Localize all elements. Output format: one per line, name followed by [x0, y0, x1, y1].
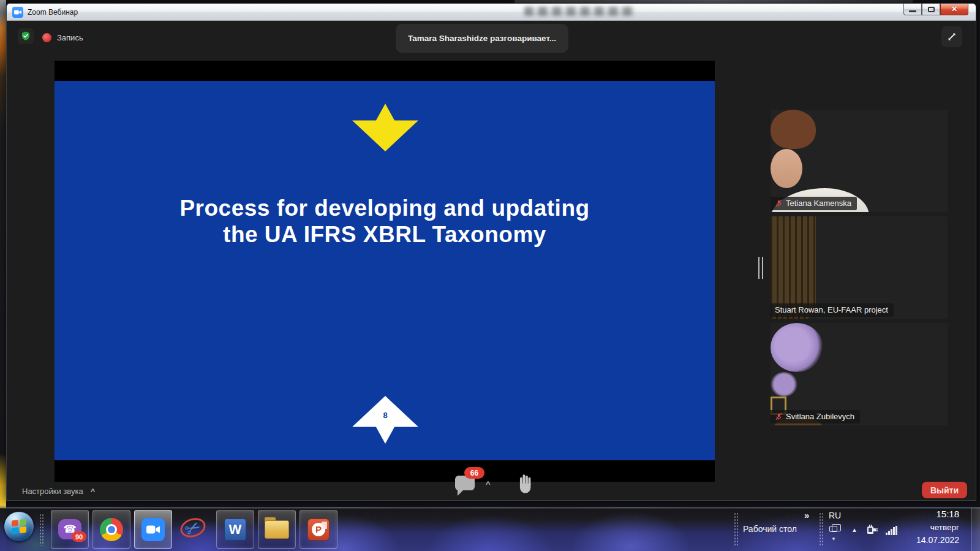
maximize-button[interactable]	[922, 4, 940, 15]
tray-clock[interactable]: 15:18 четверг 14.07.2022	[895, 509, 959, 545]
screen-share-area: Process for developing and updating the …	[55, 61, 715, 482]
caption-buttons: ✕	[903, 4, 968, 15]
participant-name-label: Stuart Rowan, EU-FAAR project	[771, 303, 894, 317]
minimize-icon	[909, 10, 916, 12]
leave-button[interactable]: Выйти	[922, 482, 967, 498]
slide-arrow-up: 8	[352, 396, 418, 444]
raise-hand-button[interactable]	[517, 473, 535, 494]
security-button[interactable]	[18, 28, 34, 44]
powerpoint-letter: P	[315, 524, 322, 534]
presentation-slide: Process for developing and updating the …	[55, 81, 715, 460]
taskbar-separator	[734, 512, 739, 547]
keyboard-layout-icon[interactable]	[829, 526, 837, 532]
zoom-icon	[141, 518, 165, 541]
close-icon: ✕	[951, 5, 957, 13]
participant-name: Svitlana Zubilevych	[786, 412, 854, 421]
raised-hand-icon	[517, 473, 534, 494]
taskbar-separator	[39, 514, 44, 545]
slide-title-line1: Process for developing and updating	[55, 195, 715, 221]
chrome-icon	[100, 518, 123, 541]
window-titlebar[interactable]: Zoom Вебинар	[7, 4, 976, 21]
active-speaker-banner: Tamara Sharashidze разговаривает...	[396, 24, 568, 53]
taskbar-app-viber[interactable]: ☎ 90	[51, 510, 89, 549]
slide-title-line2: the UA IFRS XBRL Taxonomy	[55, 221, 715, 248]
maximize-icon	[928, 7, 935, 12]
active-speaker-text: Tamara Sharashidze разговаривает...	[408, 34, 556, 43]
chat-icon-tail	[458, 488, 465, 496]
background-window-title-blur	[524, 7, 635, 16]
tray-day: четверг	[895, 523, 959, 532]
tray-time: 15:18	[895, 509, 959, 519]
viber-icon: ☎ 90	[58, 519, 81, 539]
desktop-toolbar-label[interactable]: Рабочий стол	[743, 524, 797, 534]
folder-icon	[265, 520, 289, 539]
viber-badge: 90	[72, 531, 86, 542]
leave-label: Выйти	[930, 485, 959, 495]
record-icon	[42, 33, 51, 42]
power-plug-icon[interactable]	[866, 523, 878, 538]
toolbar-overflow-chevron[interactable]: »	[804, 510, 809, 520]
participant-video-stuart[interactable]: Stuart Rowan, EU-FAAR project	[771, 216, 948, 319]
fullscreen-button[interactable]	[941, 26, 962, 47]
word-letter: W	[229, 522, 242, 538]
taskbar-app-chrome[interactable]	[92, 510, 130, 549]
participant-video-tetiana[interactable]: Tetiana Kamenska	[771, 110, 948, 212]
participant-name-label: Tetiana Kamenska	[771, 197, 857, 210]
participant-name: Tetiana Kamenska	[786, 199, 851, 208]
show-desktop-button[interactable]	[971, 507, 980, 551]
start-button[interactable]	[4, 511, 34, 542]
chevron-up-icon: ^	[91, 487, 96, 496]
powerpoint-icon: P	[307, 519, 330, 541]
desktop-wallpaper-edge	[0, 0, 6, 551]
language-options-arrow[interactable]: ▼	[831, 536, 836, 542]
mic-muted-icon	[775, 199, 783, 207]
audio-settings-button[interactable]: Настройки звука ^	[22, 487, 95, 496]
tray-date: 14.07.2022	[895, 535, 959, 545]
taskbar-app-word[interactable]: W	[216, 510, 254, 549]
taskbar-app-zoom[interactable]	[134, 510, 172, 549]
taskbar-app-powerpoint[interactable]: P	[300, 510, 337, 549]
minimize-button[interactable]	[903, 4, 922, 15]
mic-muted-icon	[775, 412, 783, 420]
participant-name: Stuart Rowan, EU-FAAR project	[775, 305, 888, 314]
chat-unread-badge: 66	[464, 467, 484, 479]
taskbar-separator	[819, 512, 824, 547]
audio-settings-label: Настройки звука	[22, 487, 83, 496]
taskbar-app-explorer[interactable]	[258, 510, 296, 549]
participant-video-svitlana[interactable]: Svitlana Zubilevych	[771, 323, 948, 425]
fullscreen-icon	[946, 31, 957, 42]
show-hidden-icons-arrow[interactable]: ▲	[851, 526, 858, 533]
slide-title: Process for developing and updating the …	[55, 195, 715, 248]
windows-logo-icon	[12, 519, 26, 534]
language-indicator[interactable]: RU	[829, 511, 841, 520]
recording-label: Запись	[57, 33, 83, 42]
zoom-app-icon	[12, 7, 23, 18]
window-title: Zoom Вебинар	[28, 8, 78, 17]
slide-page-number: 8	[352, 411, 418, 420]
participant-name-label: Svitlana Zubilevych	[771, 410, 860, 424]
zoom-webinar-window: Zoom Вебинар ✕ Запись Tamara Sharashidze…	[6, 3, 976, 501]
slide-arrow-down	[352, 104, 418, 151]
word-icon: W	[224, 519, 246, 541]
chat-chevron-up-icon[interactable]: ^	[486, 479, 491, 488]
sidebar-drag-handle[interactable]	[758, 257, 763, 279]
close-button[interactable]: ✕	[940, 4, 968, 15]
taskbar-app-snipping-tool[interactable]: ✂	[178, 514, 209, 544]
shield-check-icon	[20, 31, 31, 42]
